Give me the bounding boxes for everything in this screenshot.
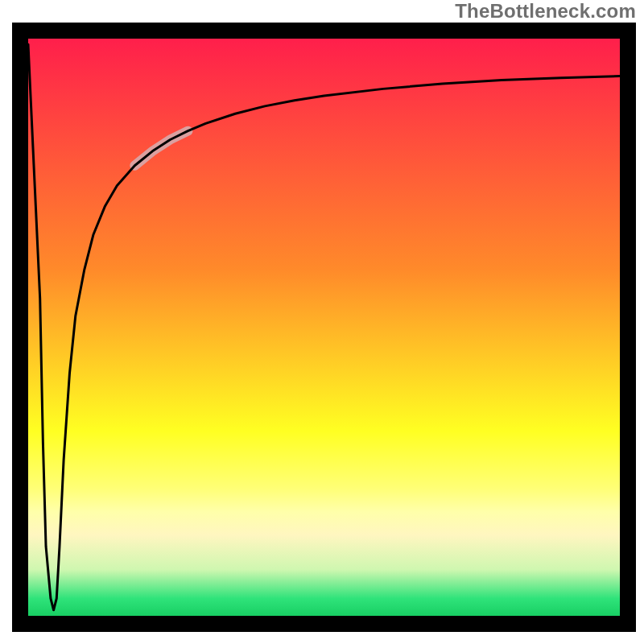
bottleneck-chart: [0, 0, 644, 644]
plot-background: [28, 39, 620, 616]
watermark-text: TheBottleneck.com: [455, 0, 636, 23]
chart-container: TheBottleneck.com: [0, 0, 644, 644]
